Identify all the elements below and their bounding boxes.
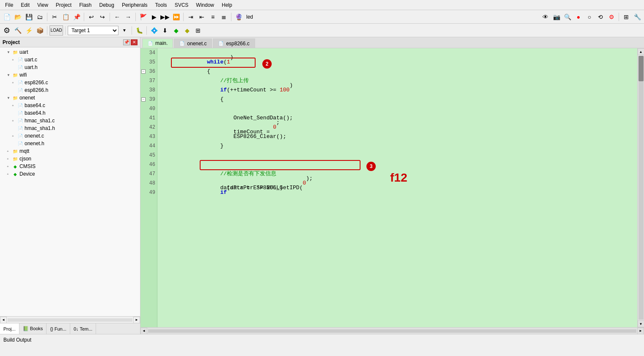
debug-reset-btn[interactable]: ⟲ (595, 12, 605, 22)
indent4-btn[interactable]: ≣ (219, 12, 229, 22)
download-btn[interactable]: ⬇ (160, 25, 170, 36)
fold-36[interactable]: − (141, 69, 146, 74)
cam-btn[interactable]: 📷 (551, 12, 561, 22)
nav-back-btn[interactable]: ← (112, 12, 122, 22)
tab-books[interactable]: 📗 Books (19, 323, 47, 334)
bookmark-btn[interactable]: 🚩 (138, 12, 148, 22)
tree-item-device[interactable]: + ◆ Device (0, 170, 140, 178)
wrench-btn[interactable]: 🔧 (632, 12, 642, 22)
tab-fun[interactable]: {} Fun... (47, 323, 70, 334)
cut-btn[interactable]: ✂ (50, 12, 60, 22)
tree-item-uart-h[interactable]: 📄 uart.h (0, 63, 140, 71)
tree-item-onenet-c[interactable]: + 📄 onenet.c (0, 132, 140, 140)
redo-btn[interactable]: ↪ (97, 12, 107, 22)
load-btn[interactable]: LOAD (50, 25, 63, 36)
scroll-left-btn[interactable]: ◄ (0, 317, 7, 323)
debug-config-btn[interactable]: ⚙ (606, 12, 616, 22)
tree-item-base64-h[interactable]: 📄 base64.h (0, 109, 140, 117)
fold-39[interactable]: − (141, 97, 146, 102)
menu-window[interactable]: Window (193, 1, 217, 9)
paste-btn[interactable]: 📌 (72, 12, 82, 22)
layout-btn[interactable]: ⊞ (621, 12, 631, 22)
tab-tem[interactable]: 0↓ Tem... (70, 323, 96, 334)
run3-btn[interactable]: ⏩ (171, 12, 181, 22)
vscroll-up-btn[interactable]: ▲ (638, 48, 644, 55)
linenum-41: 41 (140, 113, 157, 123)
tree-item-uart-c[interactable]: + 📄 uart.c (0, 56, 140, 63)
pkg-btn[interactable]: 📦 (35, 25, 45, 36)
menu-file[interactable]: File (2, 1, 17, 9)
hscroll-track[interactable] (148, 329, 636, 333)
copy-btn[interactable]: 📋 (61, 12, 71, 22)
editor-area: 📄 main. 📄 onenet.c 📄 esp8266.c 34 35 36 … (140, 37, 644, 334)
panel-pin-btn[interactable]: 📌 (123, 39, 130, 45)
menu-edit[interactable]: Edit (17, 1, 33, 9)
tree-item-cjson[interactable]: + 📁 cjson (0, 155, 140, 163)
indent2-btn[interactable]: ⇤ (197, 12, 207, 22)
menu-svcs[interactable]: SVCS (171, 1, 192, 9)
editor-vscroll[interactable]: ▲ ▼ (637, 48, 644, 327)
panel-close-btn[interactable]: ✕ (131, 39, 138, 45)
sep6 (231, 13, 231, 21)
menu-tools[interactable]: Tools (152, 1, 171, 9)
menu-flash[interactable]: Flash (76, 1, 95, 9)
tree-item-esp8266-h[interactable]: 📄 esp8266.h (0, 86, 140, 94)
hscroll-right-btn[interactable]: ► (637, 328, 644, 334)
vscroll-track[interactable] (638, 56, 644, 320)
vscroll-down-btn[interactable]: ▼ (638, 320, 644, 327)
run2-btn[interactable]: ▶▶ (160, 12, 170, 22)
menu-peripherals[interactable]: Peripherals (118, 1, 151, 9)
editor-tab-main[interactable]: 📄 main. (142, 39, 173, 48)
tree-item-base64-c[interactable]: + 📄 base64.c (0, 102, 140, 109)
menu-project[interactable]: Project (52, 1, 75, 9)
vscroll-thumb[interactable] (638, 56, 644, 81)
indent3-btn[interactable]: ≡ (208, 12, 218, 22)
tree-item-hmac-h[interactable]: 📄 hmac_sha1.h (0, 124, 140, 132)
tree-item-hmac-c[interactable]: + 📄 hmac_sha1.c (0, 117, 140, 124)
tree-item-uart[interactable]: ▼ 📁 uart (0, 48, 140, 56)
target-select[interactable]: Target 1 (68, 26, 118, 35)
tab-label-esp8266: esp8266.c (226, 41, 249, 47)
tree-item-mqtt[interactable]: + 📁 mqtt (0, 147, 140, 155)
tree-item-cmsis[interactable]: + ◆ CMSIS (0, 163, 140, 170)
code-content-wrapper[interactable]: while(1) { //打包上传 if(++timeCount >= 100)… (157, 48, 637, 327)
menu-debug[interactable]: Debug (96, 1, 118, 9)
run1-btn[interactable]: ▶ (149, 12, 159, 22)
code-line-38: if(++timeCount >= 100) (157, 86, 637, 95)
tree-item-onenet-h[interactable]: 📄 onenet.h (0, 140, 140, 147)
tab-proj[interactable]: Proj... (0, 323, 19, 334)
cpu-btn[interactable]: ⚙ (2, 25, 12, 36)
flash-btn[interactable]: ⚡ (24, 25, 34, 36)
scroll-right-btn[interactable]: ► (133, 317, 140, 323)
search-btn[interactable]: 🔍 (562, 12, 572, 22)
indent1-btn[interactable]: ⇥ (186, 12, 196, 22)
menu-help[interactable]: Help (218, 1, 236, 9)
debug-stop-btn[interactable]: ○ (584, 12, 594, 22)
target-dropdown-btn[interactable]: ▼ (119, 25, 129, 36)
code-line-37: //打包上传 (157, 76, 637, 86)
tree-item-esp8266-c[interactable]: + 📄 esp8266.c (0, 79, 140, 86)
editor-tab-esp8266[interactable]: 📄 esp8266.c (213, 39, 255, 48)
nav-fwd-btn[interactable]: → (123, 12, 133, 22)
new-file-btn[interactable]: 📄 (2, 12, 12, 22)
grid-btn[interactable]: ⊞ (193, 25, 203, 36)
tree-item-onenet[interactable]: ▼ 📁 onenet (0, 94, 140, 102)
save-btn[interactable]: 💾 (24, 12, 34, 22)
debug2-btn[interactable]: 🐛 (134, 25, 144, 36)
green1-btn[interactable]: ◆ (171, 25, 181, 36)
magic-wand-btn[interactable]: 🔮 (234, 12, 244, 22)
view-btn[interactable]: 👁 (540, 12, 550, 22)
hscroll-left-btn[interactable]: ◄ (140, 328, 147, 334)
yellow-btn[interactable]: ◆ (182, 25, 192, 36)
undo-btn[interactable]: ↩ (86, 12, 96, 22)
menu-view[interactable]: View (34, 1, 52, 9)
build-btn[interactable]: 🔨 (13, 25, 23, 36)
file-icon-base64-c: 📄 (17, 102, 24, 109)
debug-start-btn[interactable]: ● (573, 12, 583, 22)
save-all-btn[interactable]: 🗂 (35, 12, 45, 22)
tree-item-wifi[interactable]: ▼ 📁 wifi (0, 71, 140, 79)
scroll-track[interactable] (8, 318, 132, 322)
chip-btn[interactable]: 💠 (149, 25, 159, 36)
open-btn[interactable]: 📂 (13, 12, 23, 22)
editor-tab-onenet[interactable]: 📄 onenet.c (174, 39, 212, 48)
